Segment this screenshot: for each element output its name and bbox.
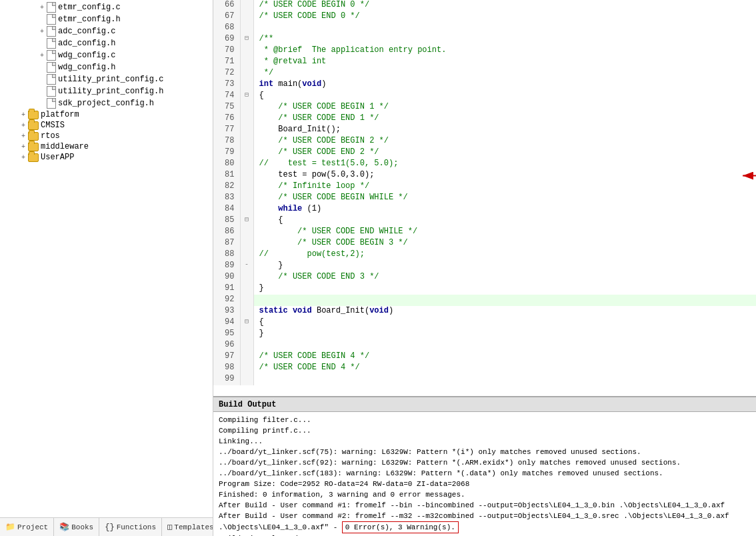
tree-item-utility-print-config-c[interactable]: utility_print_config.c bbox=[0, 73, 213, 85]
tab-books-label: Books bbox=[71, 523, 93, 531]
line-number: 92 bbox=[213, 295, 240, 306]
tree-item-wdg-config-h[interactable]: wdg_config.h bbox=[0, 61, 213, 73]
line-content: } bbox=[253, 329, 756, 340]
build-output-line: Program Size: Code=2952 RO-data=24 RW-da… bbox=[219, 479, 751, 489]
tree-item-etmr-config-c[interactable]: + etmr_config.c bbox=[0, 1, 213, 13]
build-output-line: Compiling filter.c... bbox=[219, 415, 751, 425]
line-content: /* USER CODE END 4 */ bbox=[253, 363, 756, 374]
line-gutter bbox=[240, 23, 253, 34]
tree-item-sdk-project-config-h[interactable]: sdk_project_config.h bbox=[0, 97, 213, 109]
line-content: { bbox=[253, 215, 756, 227]
tree-item-adc-config-h[interactable]: adc_config.h bbox=[0, 37, 213, 49]
tab-project[interactable]: 📁 Project bbox=[0, 518, 54, 536]
tree-label: etmr_config.c bbox=[58, 3, 121, 12]
tree-item-middleware[interactable]: + middleware bbox=[0, 141, 213, 152]
folder-icon bbox=[28, 132, 39, 141]
tree-item-CMSIS[interactable]: + CMSIS bbox=[0, 120, 213, 131]
build-output-line: .\Objects\LE04_1_3_0.axf" - 0 Error(s), … bbox=[219, 521, 751, 533]
line-number: 80 bbox=[213, 159, 240, 170]
line-gutter: ⊟ bbox=[240, 91, 253, 102]
line-gutter bbox=[240, 57, 253, 68]
line-number: 71 bbox=[213, 57, 240, 68]
build-output-line: ../board/yt_linker.scf(75): warning: L63… bbox=[219, 447, 751, 457]
bottom-tabs: 📁 Project 📚 Books {} Functions ◫ Templat… bbox=[0, 517, 213, 536]
line-content: while (1) bbox=[253, 204, 756, 215]
line-number: 89 bbox=[213, 261, 240, 272]
tree-label: adc_config.h bbox=[58, 39, 115, 48]
line-gutter bbox=[240, 238, 253, 249]
file-icon bbox=[47, 50, 56, 61]
line-number: 79 bbox=[213, 147, 240, 159]
tree-item-UserAPP[interactable]: + UserAPP bbox=[0, 152, 213, 163]
line-gutter: ⊟ bbox=[240, 317, 253, 329]
line-content: // pow(test,2); bbox=[253, 249, 756, 261]
line-gutter bbox=[240, 0, 253, 11]
line-number: 83 bbox=[213, 193, 240, 204]
tree-item-rtos[interactable]: + rtos bbox=[0, 131, 213, 141]
line-number: 95 bbox=[213, 329, 240, 340]
line-content: /* USER CODE BEGIN 2 */ bbox=[253, 136, 756, 147]
line-number: 73 bbox=[213, 79, 240, 91]
line-number: 74 bbox=[213, 91, 240, 102]
line-number: 69 bbox=[213, 34, 240, 45]
line-content: /* USER CODE END 3 */ bbox=[253, 272, 756, 283]
file-icon bbox=[47, 26, 56, 37]
folder-icon bbox=[28, 121, 39, 130]
tree-item-utility-print-config-h[interactable]: utility_print_config.h bbox=[0, 85, 213, 97]
build-output-content[interactable]: Compiling filter.c...Compiling printf.c.… bbox=[213, 412, 756, 536]
line-gutter bbox=[240, 136, 253, 147]
tree-item-adc-config-c[interactable]: + adc_config.c bbox=[0, 25, 213, 37]
tab-functions[interactable]: {} Functions bbox=[99, 518, 162, 536]
tree-label: etmr_config.h bbox=[58, 15, 121, 24]
line-number: 85 bbox=[213, 215, 240, 227]
line-number: 98 bbox=[213, 363, 240, 374]
build-output-line: Compiling printf.c... bbox=[219, 425, 751, 436]
tab-functions-label: Functions bbox=[117, 523, 156, 531]
line-content bbox=[253, 295, 756, 306]
line-number: 90 bbox=[213, 272, 240, 283]
tree-item-platform[interactable]: + platform bbox=[0, 109, 213, 120]
expander: + bbox=[19, 111, 28, 119]
line-gutter bbox=[240, 374, 253, 385]
line-gutter bbox=[240, 79, 253, 91]
line-gutter bbox=[240, 11, 253, 23]
tab-templates[interactable]: ◫ Templates bbox=[162, 518, 213, 536]
line-gutter bbox=[240, 159, 253, 170]
templates-tab-icon: ◫ bbox=[167, 522, 172, 532]
line-gutter bbox=[240, 351, 253, 363]
line-number: 66 bbox=[213, 0, 240, 11]
tab-project-label: Project bbox=[17, 523, 48, 531]
build-output-panel: Build Output Compiling filter.c...Compil… bbox=[213, 396, 756, 536]
line-content: */ bbox=[253, 68, 756, 79]
functions-tab-icon: {} bbox=[105, 523, 114, 532]
tab-books[interactable]: 📚 Books bbox=[54, 518, 99, 536]
line-number: 86 bbox=[213, 227, 240, 238]
line-content: /* USER CODE END 1 */ bbox=[253, 113, 756, 125]
line-content: * @retval int bbox=[253, 57, 756, 68]
build-output-line: After Build - User command #2: fromelf -… bbox=[219, 511, 751, 521]
line-number: 93 bbox=[213, 306, 240, 317]
line-number: 99 bbox=[213, 374, 240, 385]
line-gutter bbox=[240, 68, 253, 79]
tree-item-etmr-config-h[interactable]: etmr_config.h bbox=[0, 13, 213, 25]
tree-label: UserAPP bbox=[41, 153, 74, 162]
line-gutter bbox=[240, 249, 253, 261]
line-gutter: - bbox=[240, 261, 253, 272]
line-content bbox=[253, 374, 756, 385]
tab-templates-label: Templates bbox=[174, 523, 213, 531]
tree-label: utility_print_config.h bbox=[58, 87, 163, 96]
line-number: 77 bbox=[213, 125, 240, 136]
build-output-line: ../board/yt_linker.scf(183): warning: L6… bbox=[219, 468, 751, 479]
file-icon bbox=[47, 86, 56, 97]
line-gutter: ⊟ bbox=[240, 34, 253, 45]
line-content bbox=[253, 23, 756, 34]
line-number: 81 bbox=[213, 170, 240, 181]
code-area[interactable]: 66/* USER CODE BEGIN 0 */67/* USER CODE … bbox=[213, 0, 756, 396]
tree-item-wdg-config-c[interactable]: + wdg_config.c bbox=[0, 49, 213, 61]
file-tree: + etmr_config.c etmr_config.h + adc_conf… bbox=[0, 0, 213, 517]
line-number: 68 bbox=[213, 23, 240, 34]
line-content: test = pow(5.0,3.0); bbox=[253, 170, 756, 181]
line-number: 78 bbox=[213, 136, 240, 147]
file-icon bbox=[47, 98, 56, 109]
expander: + bbox=[19, 133, 28, 140]
